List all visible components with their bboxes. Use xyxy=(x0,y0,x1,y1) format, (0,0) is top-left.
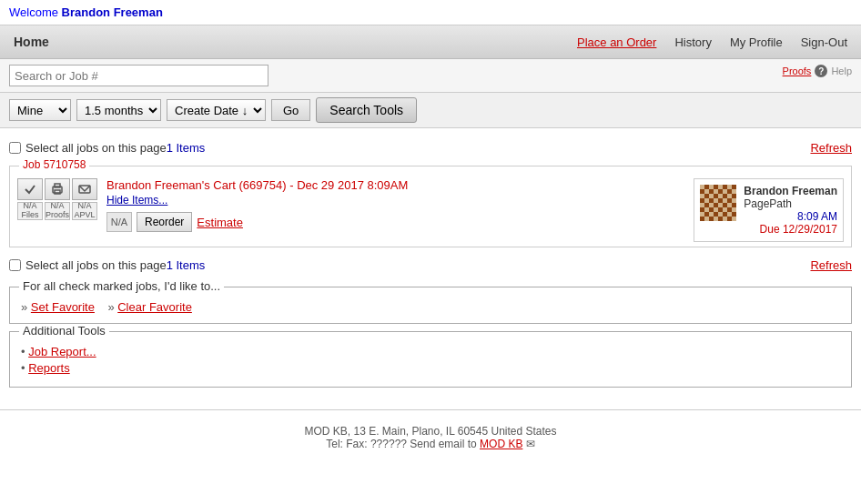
help-icon[interactable]: ? xyxy=(815,65,827,77)
job-group: Job 5710758 xyxy=(9,166,852,247)
go-button[interactable]: Go xyxy=(271,99,310,121)
svg-rect-2 xyxy=(55,184,60,187)
job-card-due: Due 12/29/2017 xyxy=(744,223,837,236)
items-count-top: 1 Items xyxy=(167,141,206,155)
job-card-avatar xyxy=(700,185,736,221)
favorites-content: » Set Favorite » Clear Favorite xyxy=(21,300,840,314)
search-filter-wrapper: Proofs ? Help Mine All Others 1.5 months… xyxy=(0,59,861,128)
job-card-path: PagePath xyxy=(744,197,837,210)
job-card-time: 8:09 AM xyxy=(744,210,837,223)
job-card: Brandon Freeman PagePath 8:09 AM Due 12/… xyxy=(694,178,844,242)
my-profile-link[interactable]: My Profile xyxy=(730,35,783,49)
job-card-name: Brandon Freeman xyxy=(744,185,837,197)
additional-tools-content: • Job Report... • Reports xyxy=(21,345,840,375)
job-row: N/AFiles N/AProofs N/AAPVL Brandon Freem… xyxy=(17,178,844,242)
set-favorite-link[interactable]: Set Favorite xyxy=(31,300,95,314)
email-icon: ✉ xyxy=(526,438,535,450)
refresh-link-top[interactable]: Refresh xyxy=(810,137,852,158)
items-count-bottom: 1 Items xyxy=(167,258,206,272)
search-tools-button[interactable]: Search Tools xyxy=(316,97,417,123)
additional-tools-fieldset: Additional Tools • Job Report... • Repor… xyxy=(9,331,852,388)
action-row-icons xyxy=(17,178,97,200)
print-button[interactable] xyxy=(45,178,70,200)
help-label: Help xyxy=(831,66,852,76)
select-all-label-bottom[interactable]: Select all jobs on this page xyxy=(9,258,167,272)
footer-address: MOD KB, 13 E. Main, Plano, IL 60545 Unit… xyxy=(0,425,861,438)
sign-out-link[interactable]: Sign-Out xyxy=(801,35,847,49)
reorder-button[interactable]: Reorder xyxy=(137,212,192,232)
job-action-buttons: N/AFiles N/AProofs N/AAPVL xyxy=(17,178,97,220)
proofs-label[interactable]: Proofs xyxy=(783,66,812,76)
email-button[interactable] xyxy=(72,178,97,200)
place-order-link[interactable]: Place an Order xyxy=(577,35,656,49)
clear-favorite-link[interactable]: Clear Favorite xyxy=(117,300,192,314)
mod-kb-link[interactable]: MOD KB xyxy=(480,438,522,450)
content-area: Select all jobs on this page 1 Items Ref… xyxy=(0,128,861,400)
search-bar xyxy=(0,59,861,93)
history-link[interactable]: History xyxy=(674,35,711,49)
proofs-help-area: Proofs ? Help xyxy=(783,65,852,77)
reports-item: • Reports xyxy=(21,361,840,375)
job-title-link[interactable]: Brandon Freeman's Cart (669754) - Dec 29… xyxy=(106,178,408,192)
select-all-checkbox-top[interactable] xyxy=(9,142,21,154)
sort-select[interactable]: Create Date ↓ Create Date ↑ Job # ↓ Job … xyxy=(167,99,266,121)
select-all-label-top[interactable]: Select all jobs on this page xyxy=(9,141,167,155)
owner-select[interactable]: Mine All Others xyxy=(9,99,71,121)
select-all-row-top: Select all jobs on this page 1 Items Ref… xyxy=(9,134,852,162)
favorites-legend: For all check marked jobs, I'd like to..… xyxy=(19,279,224,293)
approve-button[interactable] xyxy=(17,178,43,200)
job-report-item: • Job Report... xyxy=(21,345,840,358)
files-label: N/AFiles xyxy=(17,202,43,220)
search-input[interactable] xyxy=(9,65,268,86)
nav-home-link[interactable]: Home xyxy=(14,35,49,49)
na-button[interactable]: N/A xyxy=(106,212,132,232)
footer-tel: Tel: Fax: ?????? Send email to MOD KB ✉ xyxy=(0,438,861,450)
job-info: Brandon Freeman's Cart (669754) - Dec 29… xyxy=(106,178,684,232)
proofs-label-cell: N/AProofs xyxy=(45,202,70,220)
nav-right-links: Place an Order History My Profile Sign-O… xyxy=(577,35,847,49)
nav-bar: Home Place an Order History My Profile S… xyxy=(0,25,861,59)
select-all-checkbox-bottom[interactable] xyxy=(9,259,21,271)
estimate-link[interactable]: Estimate xyxy=(197,216,243,229)
refresh-link-bottom[interactable]: Refresh xyxy=(810,255,852,276)
period-select[interactable]: 1.5 months 1 week 2 weeks 1 month 3 mont… xyxy=(76,99,161,121)
select-all-row-bottom: Select all jobs on this page 1 Items Ref… xyxy=(9,251,852,279)
job-action-row: N/A Reorder Estimate xyxy=(106,212,684,232)
additional-tools-legend: Additional Tools xyxy=(19,324,109,338)
hide-items-link[interactable]: Hide Items... xyxy=(106,194,684,207)
favorites-fieldset: For all check marked jobs, I'd like to..… xyxy=(9,287,852,324)
job-number: Job 5710758 xyxy=(19,158,89,171)
svg-rect-1 xyxy=(55,190,60,194)
welcome-bar: Welcome Brandon Freeman xyxy=(0,0,861,25)
label-row: N/AFiles N/AProofs N/AAPVL xyxy=(17,202,97,220)
welcome-username: Brandon Freeman xyxy=(62,5,163,19)
reports-link[interactable]: Reports xyxy=(28,361,70,375)
apvl-label: N/AAPVL xyxy=(72,202,97,220)
job-report-link[interactable]: Job Report... xyxy=(28,345,96,358)
filter-bar: Mine All Others 1.5 months 1 week 2 week… xyxy=(0,93,861,128)
welcome-text: Welcome xyxy=(9,5,58,19)
job-card-info: Brandon Freeman PagePath 8:09 AM Due 12/… xyxy=(744,185,837,236)
footer: MOD KB, 13 E. Main, Plano, IL 60545 Unit… xyxy=(0,409,861,458)
